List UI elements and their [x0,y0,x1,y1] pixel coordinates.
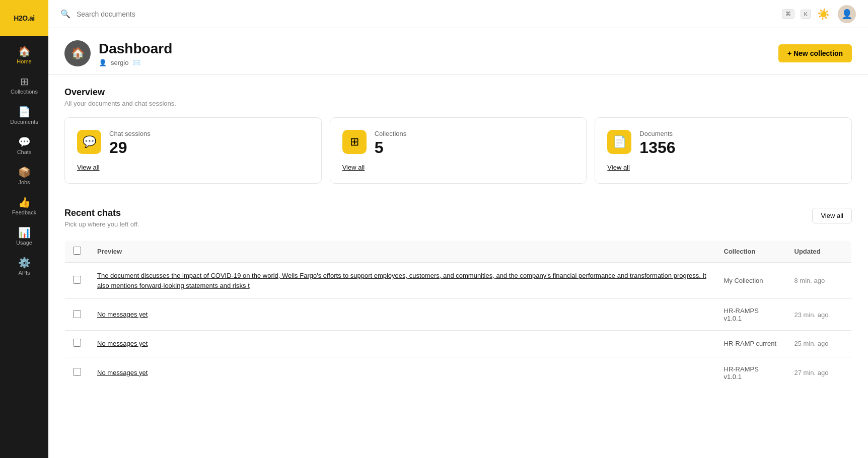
page-header-left: 🏠 Dashboard 👤 sergio ✉️ [64,40,172,66]
col-header-collection: Collection [716,241,786,263]
col-header-check [65,241,90,263]
sidebar-item-collections[interactable]: ⊞ Collections [0,70,48,101]
sidebar-item-jobs[interactable]: 📦 Jobs [0,161,48,191]
page-header: 🏠 Dashboard 👤 sergio ✉️ + New collection [48,28,868,75]
row-updated-text-0: 8 min. ago [794,277,825,284]
sidebar-item-chats[interactable]: 💬 Chats [0,131,48,161]
table-row: No messages yet HR-RAMPS v1.0.1 23 min. … [65,299,852,331]
stat-info-collections: Collections 5 [375,130,407,156]
row-checkbox-0[interactable] [73,276,81,284]
page-subtitle: 👤 sergio ✉️ [99,59,172,66]
row-checkbox-cell-2 [65,331,90,357]
select-all-checkbox[interactable] [73,247,81,255]
row-preview-link-3[interactable]: No messages yet [97,369,148,376]
topbar-actions: ☀️ 👤 [817,5,856,23]
row-checkbox-3[interactable] [73,368,81,376]
sidebar-item-label-jobs: Jobs [18,179,30,185]
row-checkbox-1[interactable] [73,310,81,318]
row-checkbox-cell-0 [65,263,90,299]
page-title-group: Dashboard 👤 sergio ✉️ [99,41,172,66]
collections-icon: ⊞ [20,77,29,87]
stat-card-top-documents: 📄 Documents 1356 [607,130,839,156]
row-checkbox-2[interactable] [73,339,81,347]
recent-chats-section: Recent chats Pick up where you left off.… [48,196,868,401]
sidebar-item-feedback[interactable]: 👍 Feedback [0,191,48,221]
page-body: 🏠 Dashboard 👤 sergio ✉️ + New collection… [48,28,868,458]
stat-view-all-link-documents[interactable]: View all [607,164,839,171]
dashboard-icon: 🏠 [64,40,91,66]
row-collection-text-2: HR-RAMP current [724,340,777,347]
stat-value-chat-sessions: 29 [109,139,151,156]
row-collection-cell-1: HR-RAMPS v1.0.1 [716,299,786,331]
col-header-updated: Updated [786,241,852,263]
feedback-icon: 👍 [18,197,31,207]
chats-table-body: The document discusses the impact of COV… [65,263,852,389]
username-label: sergio [111,59,128,66]
search-icon: 🔍 [60,9,70,19]
user-avatar-button[interactable]: 👤 [838,5,856,23]
stat-info-documents: Documents 1356 [639,130,675,156]
row-preview-link-0[interactable]: The document discusses the impact of COV… [97,272,706,289]
chats-table: Preview Collection Updated The [64,240,852,389]
new-collection-button[interactable]: + New collection [778,44,852,62]
usage-icon: 📊 [18,227,31,238]
sidebar-item-label-chats: Chats [17,149,32,155]
sidebar-item-label-home: Home [17,58,31,64]
stat-card-documents: 📄 Documents 1356 View all [595,117,852,184]
kbd-meta: ⌘ [782,9,794,19]
stat-label-collections: Collections [375,130,407,137]
row-updated-cell-1: 23 min. ago [786,299,852,331]
recent-chats-header-left: Recent chats Pick up where you left off. [64,208,139,238]
stat-card-top-collections: ⊞ Collections 5 [342,130,574,156]
row-preview-cell-3: No messages yet [89,357,716,389]
stat-card-chat-sessions: 💬 Chat sessions 29 View all [64,117,322,184]
stat-card-top-chat-sessions: 💬 Chat sessions 29 [77,130,309,156]
row-collection-cell-2: HR-RAMP current [716,331,786,357]
row-preview-cell-1: No messages yet [89,299,716,331]
stat-view-all-link-collections[interactable]: View all [342,164,574,171]
documents-icon: 📄 [18,107,31,117]
sidebar-item-apis[interactable]: ⚙️ APIs [0,252,48,282]
sidebar-item-documents[interactable]: 📄 Documents [0,101,48,131]
sidebar-item-home[interactable]: 🏠 Home [0,40,48,70]
row-collection-cell-3: HR-RAMPS v1.0.1 [716,357,786,389]
stat-card-collections: ⊞ Collections 5 View all [330,117,587,184]
overview-subtitle: All your documents and chat sessions. [64,100,852,107]
recent-chats-view-all-button[interactable]: View all [812,208,852,223]
sidebar-item-usage[interactable]: 📊 Usage [0,221,48,252]
row-updated-cell-3: 27 min. ago [786,357,852,389]
recent-chats-title: Recent chats [64,208,139,218]
row-collection-text-0: My Collection [724,277,763,284]
search-input[interactable] [77,10,776,18]
topbar: 🔍 ⌘ K ☀️ 👤 [48,0,868,28]
logo-text: H2O.ai [14,14,34,22]
row-updated-text-1: 23 min. ago [794,311,829,319]
row-updated-text-2: 25 min. ago [794,340,829,347]
row-updated-text-3: 27 min. ago [794,369,829,376]
sidebar-item-label-feedback: Feedback [12,209,36,215]
app-logo[interactable]: H2O.ai [0,0,48,36]
recent-chats-subtitle: Pick up where you left off. [64,220,139,228]
recent-chats-header: Recent chats Pick up where you left off.… [64,208,852,238]
row-preview-link-1[interactable]: No messages yet [97,311,148,318]
theme-toggle-button[interactable]: ☀️ [817,8,830,20]
email-icon: ✉️ [132,59,140,66]
row-collection-text-1: HR-RAMPS v1.0.1 [724,307,759,322]
chats-table-head: Preview Collection Updated [65,241,852,263]
main-content: 🔍 ⌘ K ☀️ 👤 🏠 Dashboard 👤 sergio ✉️ [48,0,868,458]
row-preview-link-2[interactable]: No messages yet [97,340,148,347]
stat-info-chat-sessions: Chat sessions 29 [109,130,151,156]
table-row: The document discusses the impact of COV… [65,263,852,299]
stats-grid: 💬 Chat sessions 29 View all ⊞ Collection… [64,117,852,184]
stat-icon-chat-sessions: 💬 [77,130,101,154]
row-updated-cell-2: 25 min. ago [786,331,852,357]
sidebar-nav: 🏠 Home ⊞ Collections 📄 Documents 💬 Chats… [0,36,48,282]
row-preview-cell-0: The document discusses the impact of COV… [89,263,716,299]
kbd-k: K [801,10,811,19]
stat-value-documents: 1356 [639,139,675,156]
row-updated-cell-0: 8 min. ago [786,263,852,299]
stat-view-all-link-chat-sessions[interactable]: View all [77,164,309,171]
jobs-icon: 📦 [18,167,31,177]
sidebar-item-label-usage: Usage [16,240,32,246]
stat-value-collections: 5 [375,139,407,156]
